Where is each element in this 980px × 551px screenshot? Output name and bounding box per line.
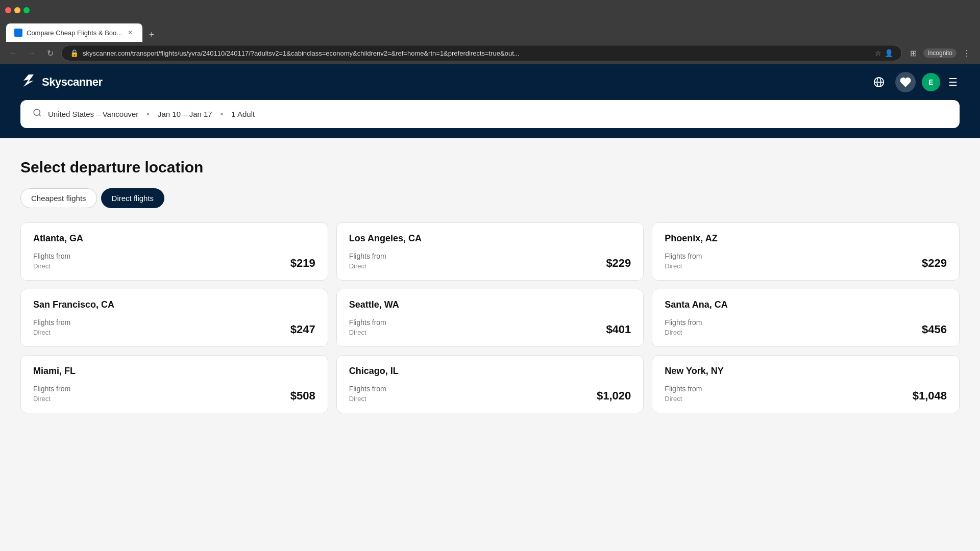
flight-details: Flights from Direct $456 bbox=[665, 318, 947, 336]
flight-city: Miami, FL bbox=[33, 366, 315, 377]
flight-meta: Flights from Direct bbox=[349, 385, 386, 403]
tab-close-button[interactable]: ✕ bbox=[126, 29, 134, 37]
window-controls bbox=[5, 7, 30, 13]
search-bar-container: United States – Vancouver • Jan 10 – Jan… bbox=[0, 100, 980, 138]
flight-type: Direct bbox=[349, 395, 386, 403]
flights-from-label: Flights from bbox=[33, 318, 70, 327]
flight-card[interactable]: Chicago, IL Flights from Direct $1,020 bbox=[336, 355, 644, 413]
flight-city: Los Angeles, CA bbox=[349, 233, 631, 244]
flight-city: Chicago, IL bbox=[349, 366, 631, 377]
browser-chrome: Compare Cheap Flights & Boo... ✕ + ← → ↻… bbox=[0, 0, 980, 64]
flight-card[interactable]: Miami, FL Flights from Direct $508 bbox=[20, 355, 328, 413]
address-bar-actions: ☆ 👤 bbox=[875, 49, 893, 57]
window-close-button[interactable] bbox=[5, 7, 11, 13]
flight-type: Direct bbox=[33, 395, 70, 403]
flights-from-label: Flights from bbox=[349, 252, 386, 260]
flight-details: Flights from Direct $1,048 bbox=[665, 385, 947, 403]
flight-city: Atlanta, GA bbox=[33, 233, 315, 244]
flight-details: Flights from Direct $1,020 bbox=[349, 385, 631, 403]
flight-price: $229 bbox=[922, 257, 947, 270]
flight-price: $401 bbox=[606, 323, 631, 336]
flight-details: Flights from Direct $401 bbox=[349, 318, 631, 336]
flight-card[interactable]: San Francisco, CA Flights from Direct $2… bbox=[20, 289, 328, 347]
flight-city: Phoenix, AZ bbox=[665, 233, 947, 244]
flights-from-label: Flights from bbox=[33, 252, 70, 260]
browser-actions: ⊞ Incognito ⋮ bbox=[906, 46, 974, 60]
url-display: skyscanner.com/transport/flights/us/yvra… bbox=[83, 49, 871, 57]
reload-button[interactable]: ↻ bbox=[43, 46, 57, 60]
back-button[interactable]: ← bbox=[6, 46, 20, 60]
flight-card[interactable]: New York, NY Flights from Direct $1,048 bbox=[652, 355, 960, 413]
flight-city: Seattle, WA bbox=[349, 299, 631, 310]
flight-meta: Flights from Direct bbox=[33, 385, 70, 403]
flights-from-label: Flights from bbox=[665, 385, 702, 393]
flight-card[interactable]: Seattle, WA Flights from Direct $401 bbox=[336, 289, 644, 347]
flight-details: Flights from Direct $219 bbox=[33, 252, 315, 270]
filter-tabs: Cheapest flights Direct flights bbox=[20, 188, 960, 208]
flight-details: Flights from Direct $247 bbox=[33, 318, 315, 336]
flight-type: Direct bbox=[349, 329, 386, 336]
heart-button[interactable] bbox=[895, 72, 916, 92]
profile-icon[interactable]: 👤 bbox=[885, 49, 893, 57]
flight-city: New York, NY bbox=[665, 366, 947, 377]
browser-tab[interactable]: Compare Cheap Flights & Boo... ✕ bbox=[6, 23, 142, 42]
flight-details: Flights from Direct $229 bbox=[349, 252, 631, 270]
flight-details: Flights from Direct $508 bbox=[33, 385, 315, 403]
flight-card[interactable]: Phoenix, AZ Flights from Direct $229 bbox=[652, 222, 960, 281]
flight-meta: Flights from Direct bbox=[349, 252, 386, 270]
tab-favicon bbox=[14, 29, 22, 37]
flight-meta: Flights from Direct bbox=[33, 318, 70, 336]
flight-price: $247 bbox=[290, 323, 315, 336]
window-minimize-button[interactable] bbox=[14, 7, 20, 13]
flights-from-label: Flights from bbox=[349, 385, 386, 393]
flight-meta: Flights from Direct bbox=[665, 252, 702, 270]
flight-price: $508 bbox=[290, 389, 315, 403]
flights-from-label: Flights from bbox=[665, 252, 702, 260]
page-title: Select departure location bbox=[20, 159, 960, 176]
user-avatar-button[interactable]: E bbox=[922, 73, 940, 91]
flight-type: Direct bbox=[665, 329, 702, 336]
app-header: Skyscanner E ☰ bbox=[0, 64, 980, 100]
flight-card[interactable]: Los Angeles, CA Flights from Direct $229 bbox=[336, 222, 644, 281]
browser-titlebar bbox=[0, 0, 980, 20]
skyscanner-app: Skyscanner E ☰ bbox=[0, 64, 980, 546]
forward-button[interactable]: → bbox=[24, 46, 39, 60]
svg-line-4 bbox=[39, 114, 40, 116]
bookmark-star-icon[interactable]: ☆ bbox=[875, 49, 881, 57]
flight-card[interactable]: Santa Ana, CA Flights from Direct $456 bbox=[652, 289, 960, 347]
search-passengers: 1 Adult bbox=[231, 110, 255, 118]
cheapest-flights-tab[interactable]: Cheapest flights bbox=[20, 188, 97, 208]
flights-from-label: Flights from bbox=[665, 318, 702, 327]
bookmark-button[interactable]: ⊞ bbox=[906, 46, 920, 60]
flight-price: $1,048 bbox=[913, 389, 947, 403]
flights-from-label: Flights from bbox=[33, 385, 70, 393]
menu-button[interactable]: ⋮ bbox=[960, 46, 974, 60]
flight-price: $229 bbox=[606, 257, 631, 270]
flight-type: Direct bbox=[349, 262, 386, 270]
direct-flights-tab[interactable]: Direct flights bbox=[101, 188, 165, 208]
incognito-badge: Incognito bbox=[923, 48, 957, 58]
avatar-initials: E bbox=[928, 78, 933, 86]
flight-price: $1,020 bbox=[597, 389, 631, 403]
flight-meta: Flights from Direct bbox=[665, 385, 702, 403]
flights-grid: Atlanta, GA Flights from Direct $219 Los… bbox=[20, 222, 960, 413]
svg-point-3 bbox=[34, 109, 40, 115]
hamburger-menu-button[interactable]: ☰ bbox=[946, 74, 960, 90]
main-content: Select departure location Cheapest fligh… bbox=[0, 138, 980, 546]
new-tab-button[interactable]: + bbox=[144, 28, 159, 42]
flight-city: San Francisco, CA bbox=[33, 299, 315, 310]
flight-card[interactable]: Atlanta, GA Flights from Direct $219 bbox=[20, 222, 328, 281]
address-bar[interactable]: 🔒 skyscanner.com/transport/flights/us/yv… bbox=[61, 45, 902, 61]
flight-meta: Flights from Direct bbox=[349, 318, 386, 336]
search-query: United States – Vancouver bbox=[48, 110, 138, 118]
flight-meta: Flights from Direct bbox=[665, 318, 702, 336]
flight-type: Direct bbox=[33, 262, 70, 270]
flight-type: Direct bbox=[665, 262, 702, 270]
search-icon bbox=[33, 108, 42, 120]
globe-button[interactable] bbox=[869, 72, 889, 92]
window-maximize-button[interactable] bbox=[23, 7, 30, 13]
flight-city: Santa Ana, CA bbox=[665, 299, 947, 310]
logo-text: Skyscanner bbox=[42, 76, 103, 89]
search-bar[interactable]: United States – Vancouver • Jan 10 – Jan… bbox=[20, 100, 960, 128]
flight-meta: Flights from Direct bbox=[33, 252, 70, 270]
